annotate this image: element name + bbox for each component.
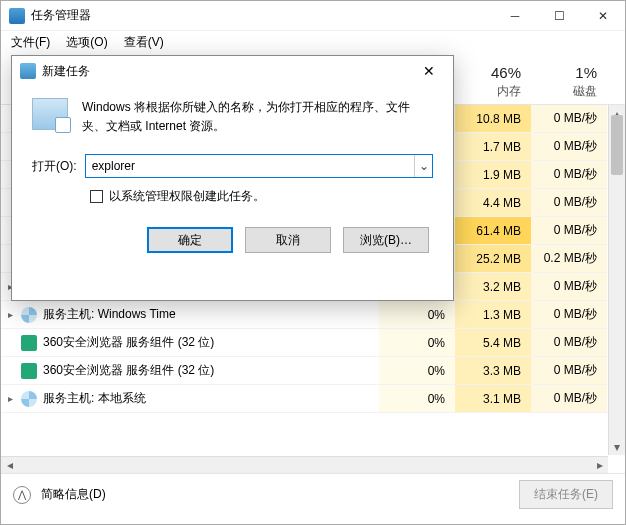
memory-cell: 61.4 MB [455,217,531,244]
disk-cell: 0 MB/秒 [531,329,607,356]
memory-cell: 1.3 MB [455,301,531,328]
dialog-description: Windows 将根据你所键入的名称，为你打开相应的程序、文件夹、文档或 Int… [82,98,433,136]
memory-cell: 10.8 MB [455,105,531,132]
header-memory[interactable]: 46% 内存 [455,53,531,104]
end-task-button[interactable]: 结束任务(E) [519,480,613,509]
cancel-button[interactable]: 取消 [245,227,331,253]
expand-icon[interactable]: ▸ [1,393,19,404]
scroll-down-icon[interactable]: ▾ [609,438,625,455]
memory-cell: 1.7 MB [455,133,531,160]
admin-checkbox[interactable] [90,190,103,203]
table-row[interactable]: 360安全浏览器 服务组件 (32 位)0%5.4 MB0 MB/秒 [1,329,625,357]
scroll-right-icon[interactable]: ▸ [591,457,608,473]
process-icon [21,391,37,407]
expand-icon[interactable]: ▸ [1,309,19,320]
close-button[interactable]: ✕ [581,1,625,31]
process-icon [21,335,37,351]
disk-cell: 0.2 MB/秒 [531,245,607,272]
cpu-cell: 0% [379,385,455,412]
process-icon [21,363,37,379]
dialog-icon [20,63,36,79]
cpu-cell: 0% [379,301,455,328]
disk-cell: 0 MB/秒 [531,273,607,300]
admin-label: 以系统管理权限创建此任务。 [109,188,265,205]
dialog-close-button[interactable]: ✕ [409,57,449,85]
disk-label: 磁盘 [531,83,597,100]
new-task-dialog: 新建任务 ✕ Windows 将根据你所键入的名称，为你打开相应的程序、文件夹、… [11,55,454,301]
menu-file[interactable]: 文件(F) [5,32,56,53]
menubar: 文件(F) 选项(O) 查看(V) [1,31,625,53]
process-name: 服务主机: Windows Time [43,306,379,323]
scroll-left-icon[interactable]: ◂ [1,457,18,473]
header-disk[interactable]: 1% 磁盘 [531,53,607,104]
disk-cell: 0 MB/秒 [531,217,607,244]
menu-view[interactable]: 查看(V) [118,32,170,53]
memory-cell: 4.4 MB [455,189,531,216]
disk-cell: 0 MB/秒 [531,105,607,132]
scroll-thumb[interactable] [611,115,623,175]
memory-cell: 25.2 MB [455,245,531,272]
table-row[interactable]: 360安全浏览器 服务组件 (32 位)0%3.3 MB0 MB/秒 [1,357,625,385]
chevron-down-icon[interactable]: ⌄ [414,155,432,177]
menu-options[interactable]: 选项(O) [60,32,113,53]
open-label: 打开(O): [32,158,77,175]
run-icon [32,98,68,130]
dialog-titlebar: 新建任务 ✕ [12,56,453,86]
open-combobox[interactable]: ⌄ [85,154,433,178]
disk-cell: 0 MB/秒 [531,357,607,384]
titlebar: 任务管理器 ─ ☐ ✕ [1,1,625,31]
brief-info-link[interactable]: 简略信息(D) [41,486,106,503]
cpu-cell: 0% [379,357,455,384]
cpu-cell: 0% [379,329,455,356]
memory-cell: 1.9 MB [455,161,531,188]
memory-cell: 3.1 MB [455,385,531,412]
window-title: 任务管理器 [31,7,493,24]
memory-cell: 3.3 MB [455,357,531,384]
memory-pct: 46% [455,64,521,81]
memory-cell: 5.4 MB [455,329,531,356]
process-name: 服务主机: 本地系统 [43,390,379,407]
disk-cell: 0 MB/秒 [531,189,607,216]
process-name: 360安全浏览器 服务组件 (32 位) [43,334,379,351]
ok-button[interactable]: 确定 [147,227,233,253]
maximize-button[interactable]: ☐ [537,1,581,31]
horizontal-scrollbar[interactable]: ◂ ▸ [1,456,608,473]
disk-cell: 0 MB/秒 [531,133,607,160]
collapse-icon[interactable]: ⋀ [13,486,31,504]
table-row[interactable]: ▸服务主机: Windows Time0%1.3 MB0 MB/秒 [1,301,625,329]
dialog-title: 新建任务 [42,63,409,80]
vertical-scrollbar[interactable]: ▴ ▾ [608,105,625,455]
disk-cell: 0 MB/秒 [531,301,607,328]
open-input[interactable] [85,154,433,178]
minimize-button[interactable]: ─ [493,1,537,31]
app-icon [9,8,25,24]
process-icon [21,307,37,323]
table-row[interactable]: ▸服务主机: 本地系统0%3.1 MB0 MB/秒 [1,385,625,413]
disk-cell: 0 MB/秒 [531,385,607,412]
browse-button[interactable]: 浏览(B)… [343,227,429,253]
disk-cell: 0 MB/秒 [531,161,607,188]
footer: ⋀ 简略信息(D) 结束任务(E) [1,473,625,515]
disk-pct: 1% [531,64,597,81]
memory-label: 内存 [455,83,521,100]
memory-cell: 3.2 MB [455,273,531,300]
process-name: 360安全浏览器 服务组件 (32 位) [43,362,379,379]
